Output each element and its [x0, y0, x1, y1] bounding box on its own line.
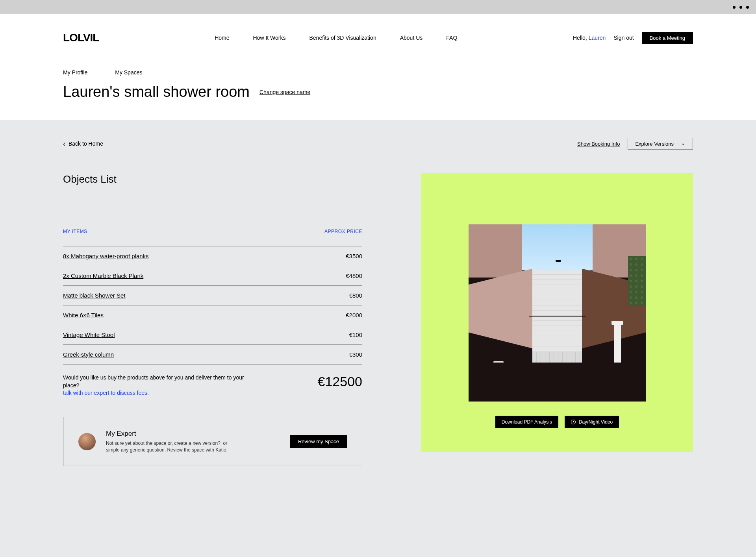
window-dot	[739, 6, 742, 9]
avatar	[78, 433, 96, 450]
title-row: Lauren's small shower room Change space …	[0, 76, 756, 120]
hello-text: Hello,	[573, 35, 589, 41]
chevron-down-icon	[681, 141, 686, 147]
account-area: Hello, Lauren Sign out Book a Meeting	[573, 32, 693, 44]
content: Back to Home Show Booking Info Explore V…	[0, 120, 756, 482]
item-price: €2000	[346, 312, 362, 318]
window-dot	[733, 6, 736, 9]
main-nav: Home How It Works Benefits of 3D Visuali…	[215, 35, 457, 41]
expert-description: Not sure yet about the space or, create …	[106, 440, 232, 453]
back-row: Back to Home Show Booking Info Explore V…	[63, 138, 693, 150]
item-row: White 6×6 Tiles €2000	[63, 305, 362, 325]
clock-icon	[571, 420, 576, 424]
item-name[interactable]: 8x Mahogany water-proof planks	[63, 253, 149, 259]
render-action-buttons: Download PDF Analysis Day/Night Video	[495, 416, 619, 428]
item-price: €3500	[346, 253, 362, 259]
item-row: Greek-style column €300	[63, 344, 362, 365]
page-title: Lauren's small shower room	[63, 83, 250, 100]
right-column: Download PDF Analysis Day/Night Video	[421, 173, 693, 452]
header-my-items: MY ITEMS	[63, 229, 87, 234]
list-headers: MY ITEMS APPROX PRICE	[63, 229, 362, 234]
topbar: LOLVIL Home How It Works Benefits of 3D …	[0, 14, 756, 61]
item-name[interactable]: Vintage White Stool	[63, 331, 115, 338]
deliver-question: Would you like us buy the products above…	[63, 374, 244, 389]
item-price: €300	[349, 351, 362, 358]
username[interactable]: Lauren	[589, 35, 606, 41]
item-price: €100	[349, 331, 362, 338]
back-actions: Show Booking Info Explore Versions	[577, 138, 693, 150]
nav-home[interactable]: Home	[215, 35, 229, 41]
download-pdf-label: Download PDF Analysis	[502, 419, 552, 425]
window-dot	[746, 6, 749, 9]
item-name[interactable]: White 6×6 Tiles	[63, 312, 104, 318]
subnav: My Profile My Spaces	[0, 61, 756, 76]
expert-card: My Expert Not sure yet about the space o…	[63, 417, 362, 466]
item-row: 8x Mahogany water-proof planks €3500	[63, 246, 362, 266]
change-space-name-link[interactable]: Change space name	[259, 89, 310, 95]
items-list: 8x Mahogany water-proof planks €3500 2x …	[63, 246, 362, 365]
header-approx-price: APPROX PRICE	[324, 229, 362, 234]
show-booking-info-link[interactable]: Show Booking Info	[577, 141, 620, 147]
total-text: Would you like us buy the products above…	[63, 374, 244, 397]
review-my-space-button[interactable]: Review my Space	[290, 435, 347, 448]
render-preview[interactable]	[469, 224, 646, 402]
back-label: Back to Home	[69, 141, 103, 147]
left-column: Objects List MY ITEMS APPROX PRICE 8x Ma…	[63, 173, 362, 466]
item-name[interactable]: Greek-style column	[63, 351, 114, 358]
total-row: Would you like us buy the products above…	[63, 374, 362, 397]
expert-info: My Expert Not sure yet about the space o…	[106, 430, 232, 453]
book-meeting-button[interactable]: Book a Meeting	[642, 32, 693, 44]
greeting: Hello, Lauren	[573, 35, 606, 41]
sign-out-link[interactable]: Sign out	[613, 35, 634, 41]
item-row: Vintage White Stool €100	[63, 325, 362, 344]
logo[interactable]: LOLVIL	[63, 31, 99, 44]
download-pdf-button[interactable]: Download PDF Analysis	[495, 416, 558, 428]
explore-versions-label: Explore Versions	[635, 141, 674, 147]
total-amount: €12500	[318, 374, 362, 389]
item-row: 2x Custom Marble Black Plank €4800	[63, 266, 362, 285]
talk-with-expert-link[interactable]: talk with our expert to discuss fees.	[63, 390, 149, 396]
objects-list-heading: Objects List	[63, 173, 362, 185]
explore-versions-button[interactable]: Explore Versions	[628, 138, 693, 150]
nav-faq[interactable]: FAQ	[446, 35, 457, 41]
day-night-video-button[interactable]: Day/Night Video	[565, 416, 619, 428]
subnav-my-profile[interactable]: My Profile	[63, 69, 87, 76]
nav-how-it-works[interactable]: How It Works	[253, 35, 286, 41]
nav-benefits[interactable]: Benefits of 3D Visualization	[309, 35, 376, 41]
chevron-left-icon	[63, 140, 65, 148]
nav-about-us[interactable]: About Us	[400, 35, 423, 41]
item-price: €4800	[346, 272, 362, 279]
item-name[interactable]: 2x Custom Marble Black Plank	[63, 272, 143, 279]
item-row: Matte black Shower Set €800	[63, 285, 362, 305]
browser-chrome	[0, 0, 756, 14]
item-price: €800	[349, 292, 362, 299]
day-night-label: Day/Night Video	[579, 419, 613, 425]
expert-title: My Expert	[106, 430, 232, 438]
item-name[interactable]: Matte black Shower Set	[63, 292, 125, 299]
subnav-my-spaces[interactable]: My Spaces	[115, 69, 142, 76]
expert-left: My Expert Not sure yet about the space o…	[78, 430, 232, 453]
back-to-home-link[interactable]: Back to Home	[63, 140, 103, 148]
